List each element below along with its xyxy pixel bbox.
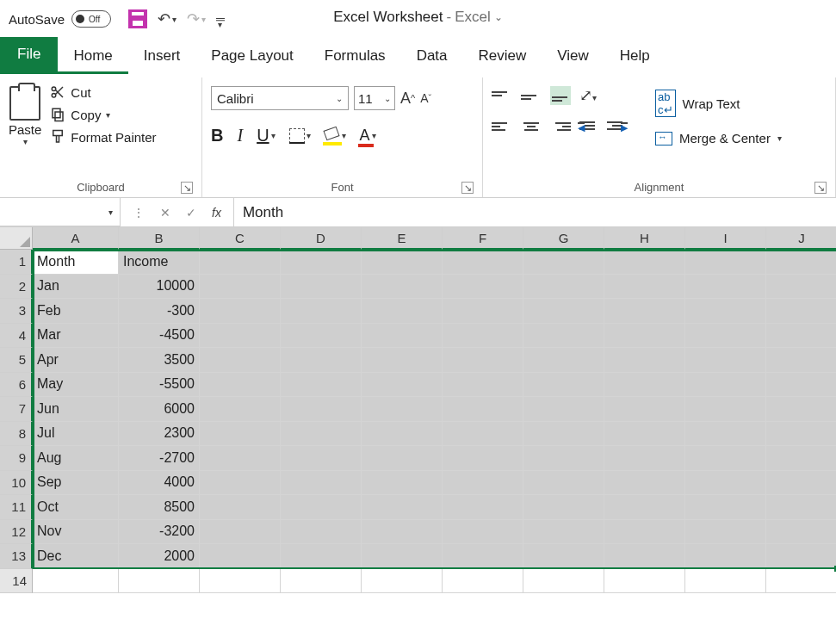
tab-view[interactable]: View [542, 39, 604, 74]
cell[interactable] [766, 299, 836, 324]
cell[interactable]: Jul [33, 422, 119, 447]
cut-button[interactable]: Cut [50, 84, 156, 100]
row-header[interactable]: 11 [0, 495, 33, 520]
cell[interactable] [33, 569, 119, 594]
cell[interactable] [766, 569, 836, 594]
cell[interactable] [685, 544, 766, 569]
chevron-down-icon[interactable]: ⌄ [494, 11, 503, 23]
cell[interactable] [281, 397, 362, 422]
cancel-icon[interactable]: ✕ [160, 206, 170, 220]
decrease-indent-button[interactable]: ◀ [579, 117, 598, 134]
cell[interactable] [362, 397, 443, 422]
cell[interactable] [766, 348, 836, 373]
cell[interactable] [200, 275, 281, 300]
cell[interactable] [362, 250, 443, 275]
chevron-down-icon[interactable]: ▾ [201, 15, 206, 24]
cell[interactable]: May [33, 373, 119, 398]
align-left-button[interactable] [492, 117, 512, 136]
cell[interactable] [200, 520, 281, 545]
cell[interactable] [523, 471, 604, 496]
decrease-font-size-button[interactable]: Aˇ [420, 91, 431, 105]
cell[interactable] [604, 348, 685, 373]
column-header[interactable]: F [443, 227, 523, 250]
cell[interactable] [523, 569, 604, 594]
column-header[interactable]: J [766, 227, 836, 250]
customize-qat-button[interactable]: ═▾ [216, 12, 231, 26]
column-header[interactable]: D [281, 227, 362, 250]
cell[interactable] [685, 422, 766, 447]
cell[interactable] [685, 569, 766, 594]
cell[interactable] [766, 495, 836, 520]
cell[interactable] [685, 250, 766, 275]
row-header[interactable]: 3 [0, 299, 33, 324]
cell[interactable]: -300 [119, 299, 200, 324]
cell[interactable] [604, 275, 685, 300]
cell[interactable] [281, 520, 362, 545]
dialog-launcher-icon[interactable]: ↘ [814, 182, 827, 194]
cell[interactable] [685, 373, 766, 398]
column-header[interactable]: C [200, 227, 281, 250]
row-header[interactable]: 1 [0, 250, 33, 275]
cell[interactable]: Nov [33, 520, 119, 545]
cell[interactable]: Income [119, 250, 200, 275]
column-header[interactable]: I [685, 227, 766, 250]
cell[interactable]: 2000 [119, 544, 200, 569]
cell[interactable] [200, 422, 281, 447]
row-header[interactable]: 8 [0, 422, 33, 447]
cell[interactable] [200, 446, 281, 471]
fx-icon[interactable]: fx [212, 206, 221, 220]
cell[interactable] [362, 520, 443, 545]
align-top-button[interactable] [492, 86, 512, 105]
cell[interactable] [523, 544, 604, 569]
cell[interactable] [200, 544, 281, 569]
cell[interactable] [362, 373, 443, 398]
cell[interactable] [604, 422, 685, 447]
cell[interactable] [604, 324, 685, 349]
font-color-button[interactable]: A▾ [360, 127, 376, 145]
cell[interactable]: Oct [33, 495, 119, 520]
more-icon[interactable]: ⋮ [133, 206, 145, 220]
cell[interactable] [766, 373, 836, 398]
cell[interactable] [443, 495, 523, 520]
chevron-down-icon[interactable]: ▾ [271, 131, 276, 140]
cell[interactable] [523, 397, 604, 422]
cell[interactable] [281, 275, 362, 300]
name-box[interactable]: ▾ [0, 198, 121, 226]
cell[interactable] [685, 324, 766, 349]
cell[interactable]: 8500 [119, 495, 200, 520]
cell[interactable] [443, 324, 523, 349]
cell[interactable] [766, 324, 836, 349]
cell[interactable] [200, 397, 281, 422]
cell[interactable] [281, 373, 362, 398]
cell[interactable] [362, 299, 443, 324]
row-header[interactable]: 9 [0, 446, 33, 471]
cell[interactable] [523, 324, 604, 349]
cell[interactable] [362, 275, 443, 300]
cell[interactable] [604, 373, 685, 398]
cell[interactable] [443, 544, 523, 569]
cell[interactable] [443, 471, 523, 496]
cell[interactable] [766, 544, 836, 569]
cell[interactable] [604, 544, 685, 569]
cell[interactable] [281, 422, 362, 447]
cell[interactable] [766, 471, 836, 496]
orientation-button[interactable]: ⤢▾ [579, 86, 597, 105]
cell[interactable] [362, 422, 443, 447]
font-name-dropdown[interactable]: Calibri ⌄ [211, 86, 349, 110]
chevron-down-icon[interactable]: ▾ [342, 131, 346, 140]
chevron-down-icon[interactable]: ▾ [108, 207, 113, 217]
cell[interactable] [766, 397, 836, 422]
font-size-dropdown[interactable]: 11 ⌄ [354, 86, 395, 110]
cell[interactable] [200, 569, 281, 594]
cell[interactable] [281, 299, 362, 324]
cell[interactable] [281, 348, 362, 373]
tab-formulas[interactable]: Formulas [309, 39, 401, 74]
row-header[interactable]: 12 [0, 520, 33, 545]
cell[interactable] [362, 544, 443, 569]
cell[interactable] [200, 373, 281, 398]
bold-button[interactable]: B [211, 126, 223, 146]
cell[interactable]: -2700 [119, 446, 200, 471]
cell[interactable] [281, 544, 362, 569]
cell[interactable]: Jun [33, 397, 119, 422]
redo-button[interactable]: ↷▾ [187, 9, 206, 28]
